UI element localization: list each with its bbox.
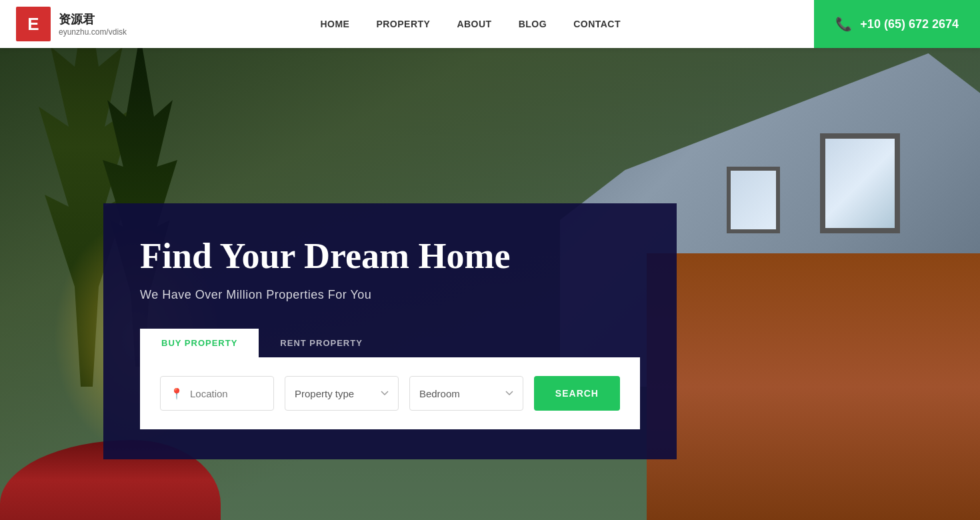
nav-item-contact[interactable]: CONTACT (573, 18, 621, 30)
nav-link-contact[interactable]: CONTACT (573, 19, 621, 29)
tab-buy-property[interactable]: BUY PROPERTY (140, 329, 259, 357)
nav-item-about[interactable]: ABOUT (457, 18, 491, 30)
hero-subtitle: We Have Over Million Properties For You (140, 288, 640, 302)
search-form: 📍 Property type House Apartment Villa Of… (140, 357, 640, 429)
logo-text: 资源君 eyunzhu.com/vdisk (59, 11, 127, 37)
phone-button[interactable]: 📞 +10 (65) 672 2674 (814, 0, 980, 48)
property-type-select[interactable]: Property type House Apartment Villa Offi… (285, 376, 399, 411)
tab-rent-property[interactable]: RENT PROPERTY (259, 329, 384, 357)
navbar: E 资源君 eyunzhu.com/vdisk HOME PROPERTY AB… (0, 0, 980, 48)
nav-item-property[interactable]: PROPERTY (376, 18, 430, 30)
logo-chinese-text: 资源君 (59, 11, 127, 27)
hero-title: Find Your Dream Home (140, 237, 640, 276)
location-pin-icon: 📍 (170, 387, 183, 400)
house-wall (647, 253, 980, 520)
search-button[interactable]: SEARCH (534, 376, 620, 411)
nav-link-about[interactable]: ABOUT (457, 19, 491, 29)
logo-area: E 资源君 eyunzhu.com/vdisk (0, 7, 127, 41)
phone-icon: 📞 (835, 16, 852, 32)
nav-item-home[interactable]: HOME (320, 18, 349, 30)
phone-number: +10 (65) 672 2674 (860, 17, 959, 31)
nav-link-property[interactable]: PROPERTY (376, 19, 430, 29)
hero-panel: Find Your Dream Home We Have Over Millio… (103, 203, 677, 459)
logo-url-text: eyunzhu.com/vdisk (59, 27, 127, 37)
logo-icon[interactable]: E (16, 7, 51, 41)
house-window-1 (820, 133, 900, 233)
location-field-wrapper: 📍 (160, 376, 274, 411)
nav-link-blog[interactable]: BLOG (519, 19, 547, 29)
bedroom-select[interactable]: Bedroom 1 Bedroom 2 Bedrooms 3 Bedrooms … (409, 376, 523, 411)
nav-links: HOME PROPERTY ABOUT BLOG CONTACT (320, 18, 621, 30)
location-input[interactable] (190, 388, 264, 399)
nav-item-blog[interactable]: BLOG (519, 18, 547, 30)
nav-link-home[interactable]: HOME (320, 19, 349, 29)
house-window-2 (727, 167, 780, 233)
property-tabs: BUY PROPERTY RENT PROPERTY (140, 329, 640, 357)
